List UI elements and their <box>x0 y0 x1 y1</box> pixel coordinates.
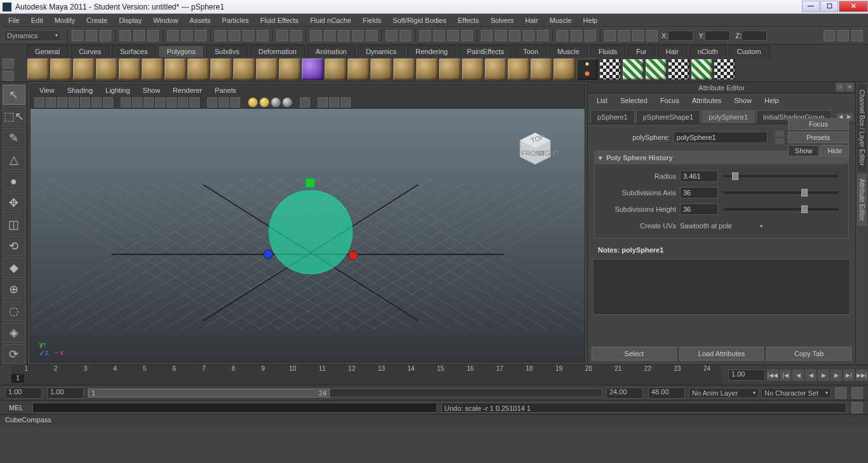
tool-3[interactable]: △ <box>3 149 25 170</box>
shelf-tab-animation[interactable]: Animation <box>308 45 355 57</box>
shelf-tab-painteffects[interactable]: PaintEffects <box>459 45 513 57</box>
toolbar-icon-15[interactable] <box>310 30 322 41</box>
toolbar-icon-9[interactable] <box>215 30 226 41</box>
shelf-icon-1[interactable] <box>50 59 72 80</box>
toolbar-icon-0[interactable] <box>72 30 83 41</box>
arrow-in-icon[interactable] <box>775 130 784 137</box>
prefs-icon[interactable] <box>851 387 863 399</box>
vp-icon-4[interactable] <box>80 97 90 107</box>
anim-layer-dropdown[interactable]: No Anim Layer <box>689 388 759 398</box>
toolbar-icon-7[interactable] <box>181 30 193 41</box>
toolbar-icon-23[interactable] <box>433 30 445 41</box>
toolbar-icon-5[interactable] <box>147 30 159 41</box>
vp-menu-view[interactable]: View <box>34 85 60 95</box>
tool-8[interactable]: ◆ <box>3 258 25 278</box>
attr-menu-help[interactable]: Help <box>759 95 784 106</box>
vp-icon-22[interactable] <box>271 97 281 107</box>
toolbar-icon-13[interactable] <box>276 30 288 41</box>
vp-icon-28[interactable] <box>329 97 339 107</box>
vp-icon-8[interactable] <box>121 97 131 107</box>
toolbar-icon-27[interactable] <box>495 30 506 41</box>
subdiv-axis-input[interactable] <box>680 187 718 198</box>
shelf-icon-4[interactable] <box>119 59 140 80</box>
vp-icon-29[interactable] <box>341 97 351 107</box>
attr-tab-pSphereShape1[interactable]: pSphereShape1 <box>636 110 701 123</box>
radius-input[interactable] <box>680 170 718 182</box>
tool-12[interactable]: ⟳ <box>3 344 25 364</box>
toolbar-icon-20[interactable] <box>386 30 397 41</box>
sidebar-toggle-3[interactable] <box>851 30 863 41</box>
toolbar-icon-10[interactable] <box>229 30 240 41</box>
toolbar-icon-32[interactable] <box>571 30 582 41</box>
shelf-tab-toon[interactable]: Toon <box>515 45 546 57</box>
vp-icon-5[interactable] <box>92 97 102 107</box>
shelf-icon-2[interactable] <box>73 59 95 80</box>
coord-y-input[interactable] <box>705 31 730 41</box>
vp-icon-16[interactable] <box>207 97 217 107</box>
coord-x-input[interactable] <box>668 31 693 41</box>
create-uv-dropdown[interactable]: Sawtooth at pole <box>680 222 763 230</box>
toolbar-icon-37[interactable] <box>646 30 658 41</box>
shelf-tab-rendering[interactable]: Rendering <box>407 45 456 57</box>
shelf-icon-5[interactable] <box>142 59 163 80</box>
module-dropdown[interactable]: Dynamics <box>4 30 61 41</box>
hide-button[interactable]: Hide <box>820 145 849 156</box>
maximize-button[interactable]: ☐ <box>820 1 838 12</box>
sidebar-toggle-2[interactable] <box>837 30 849 41</box>
tool-10[interactable]: ◌ <box>3 301 25 321</box>
shelf-icon-27[interactable] <box>645 59 667 80</box>
menu-solvers[interactable]: Solvers <box>485 15 520 26</box>
sidebar-toggle-1[interactable] <box>824 30 835 41</box>
toolbar-icon-26[interactable] <box>481 30 492 41</box>
shelf-tab-general[interactable]: General <box>27 45 68 57</box>
mel-label[interactable]: MEL <box>4 403 29 413</box>
vp-icon-20[interactable] <box>248 97 258 107</box>
close-button[interactable]: ✕ <box>839 1 868 12</box>
play-button[interactable]: ▶ <box>818 370 829 381</box>
arrow-out-icon[interactable] <box>775 138 784 144</box>
menu-file[interactable]: File <box>3 15 25 26</box>
tool-6[interactable]: ◫ <box>3 214 25 235</box>
attr-menu-list[interactable]: List <box>592 95 613 106</box>
shelf-menu-icon[interactable] <box>3 59 14 69</box>
command-input[interactable] <box>32 403 438 413</box>
play-back-button[interactable]: ◀ <box>805 370 817 381</box>
shelf-icon-21[interactable] <box>508 59 529 80</box>
tool-5[interactable]: ✥ <box>3 193 25 213</box>
copy-tab-button[interactable]: Copy Tab <box>766 347 851 361</box>
vp-icon-19[interactable] <box>241 97 247 107</box>
attr-tab-pSphere1[interactable]: pSphere1 <box>590 110 635 123</box>
shelf-icon-10[interactable] <box>256 59 278 80</box>
shelf-icon-20[interactable] <box>485 59 506 80</box>
subdiv-axis-slider[interactable] <box>723 191 838 194</box>
timeline[interactable]: 123456789101112131415161718192021222324 … <box>0 364 868 385</box>
vp-icon-21[interactable] <box>259 97 269 107</box>
tool-1[interactable]: ⬚↖ <box>3 106 25 127</box>
shelf-icon-6[interactable] <box>165 59 186 80</box>
tool-0[interactable]: ↖ <box>3 85 25 105</box>
character-set-dropdown[interactable]: No Character Set <box>761 388 831 398</box>
side-tab-1[interactable]: Attribute Editor <box>857 174 867 226</box>
attr-menu-attributes[interactable]: Attributes <box>687 95 726 106</box>
goto-start-button[interactable]: |◀◀ <box>767 370 778 381</box>
shelf-icon-3[interactable] <box>96 59 118 80</box>
node-name-input[interactable] <box>674 132 768 143</box>
select-button[interactable]: Select <box>592 347 677 361</box>
shelf-tab-polygons[interactable]: Polygons <box>158 45 203 57</box>
toolbar-icon-34[interactable] <box>604 30 616 41</box>
shelf-edit-icon[interactable] <box>3 71 14 81</box>
vp-menu-panels[interactable]: Panels <box>210 85 241 95</box>
focus-button[interactable]: Focus <box>788 118 849 130</box>
menu-edit[interactable]: Edit <box>25 15 49 26</box>
vp-icon-12[interactable] <box>166 97 177 107</box>
coord-z-input[interactable] <box>742 31 767 41</box>
toolbar-icon-18[interactable] <box>352 30 363 41</box>
load-attr-button[interactable]: Load Attributes <box>679 347 764 361</box>
menu-softrigidbodies[interactable]: Soft/Rigid Bodies <box>387 15 452 26</box>
toolbar-icon-1[interactable] <box>86 30 97 41</box>
shelf-icon-11[interactable] <box>279 59 301 80</box>
range-in-field[interactable]: 1.00 <box>47 387 84 399</box>
toolbar-icon-35[interactable] <box>618 30 630 41</box>
show-button[interactable]: Show <box>788 145 820 156</box>
vp-icon-13[interactable] <box>178 97 188 107</box>
